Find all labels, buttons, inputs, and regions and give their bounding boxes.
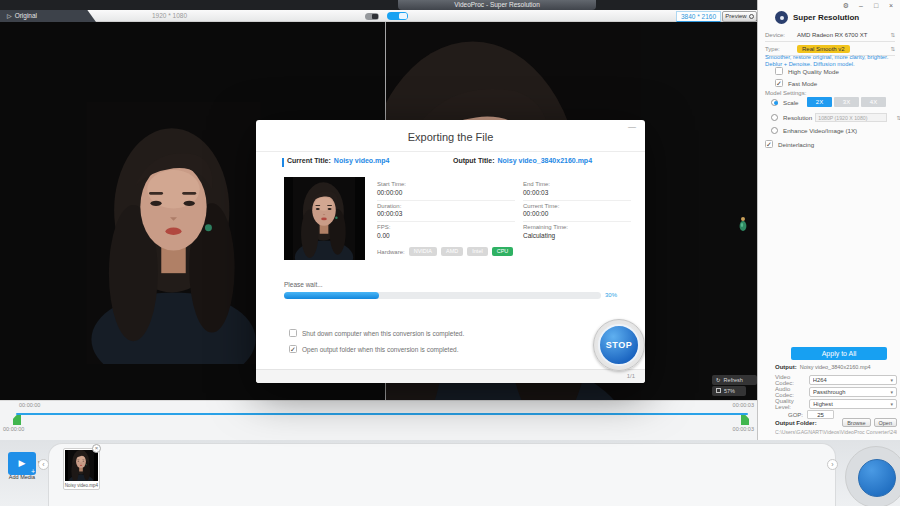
zoom-level-button[interactable]: 57% — [712, 386, 746, 396]
model-settings-label: Model Settings: — [765, 90, 806, 96]
output-folder-row: Output Folder: Browse Open — [775, 418, 897, 427]
current-time-field: Current Time: 00:00:00 — [523, 201, 631, 223]
earring-detail — [738, 216, 748, 232]
media-scroll-left-button[interactable]: ‹ — [38, 459, 49, 470]
duration-field: Duration: 00:00:03 — [377, 201, 515, 223]
output-title-value: Noisy video_3840x2160.mp4 — [497, 157, 592, 164]
tab-original-label: Original — [15, 12, 37, 19]
timeline-end-time-bottom: 00:00:03 — [710, 426, 754, 432]
export-dialog: — Exporting the File Current Title: Nois… — [256, 120, 645, 383]
refresh-icon: ↻ — [716, 377, 721, 383]
deinterlacing-checkbox[interactable]: ✓ — [765, 140, 773, 148]
video-codec-label: Video Codec: — [775, 374, 809, 386]
quality-level-select[interactable]: Highest▾ — [809, 399, 897, 409]
output-title-row: Output Title: Noisy video_3840x2160.mp4 — [453, 157, 592, 164]
fast-mode-row: ✓ Fast Mode — [775, 79, 900, 87]
zoom-level-icon — [716, 388, 721, 393]
page-indicator: 1/1 — [627, 373, 635, 379]
clip-name: Noisy video.mp4 — [64, 483, 99, 488]
run-button[interactable] — [858, 459, 896, 497]
progress-fill — [284, 292, 379, 299]
resolution-row: Resolution 1080P (1920 X 1080) ⇅ — [771, 113, 900, 122]
export-info-left: Start Time: 00:00:00 Duration: 00:00:03 … — [377, 179, 515, 244]
progress-bar — [284, 292, 601, 299]
maximize-icon[interactable]: □ — [872, 1, 880, 10]
type-select[interactable]: Real Smooth v2 — [797, 45, 850, 53]
caret-down-icon: ▾ — [890, 401, 893, 407]
remove-clip-button[interactable]: × — [92, 444, 101, 453]
remaining-time-field: Remaining Time: Calculating — [523, 222, 631, 244]
hardware-label: Hardware: — [377, 249, 405, 255]
resolution-label: Resolution — [783, 114, 812, 121]
panel-title: Super Resolution — [793, 13, 859, 22]
stop-button[interactable]: STOP — [593, 319, 645, 371]
end-time-field: End Time: 00:00:03 — [523, 179, 631, 201]
timeline-track[interactable] — [16, 413, 748, 415]
play-icon: ▷ — [7, 13, 12, 19]
device-select[interactable]: AMD Radeon RX 6700 XT — [797, 32, 867, 38]
video-codec-row: Video Codec: H264▾ — [775, 374, 897, 386]
current-title-label: Current Title: — [287, 157, 331, 164]
compare-toggle-off[interactable] — [365, 13, 379, 20]
settings-gear-icon[interactable]: ⚙ — [842, 1, 850, 10]
preview-button[interactable]: Preview — [722, 11, 757, 22]
compare-toggle-on[interactable] — [387, 12, 408, 20]
video-codec-select[interactable]: H264▾ — [809, 375, 897, 385]
target-resolution: 3840 * 2160 — [676, 11, 721, 22]
high-quality-checkbox[interactable] — [775, 67, 783, 75]
refresh-preview-button[interactable]: ↻ Refresh — [712, 375, 757, 385]
dialog-title: Exporting the File — [256, 131, 645, 143]
output-filename: Noisy video_3840x2160.mp4 — [800, 364, 871, 370]
scale-option-3x[interactable]: 3X — [834, 97, 859, 107]
caret-down-icon: ▾ — [890, 389, 893, 395]
tab-original[interactable]: ▷Original — [0, 10, 96, 22]
resolution-select[interactable]: 1080P (1920 X 1080) — [815, 113, 887, 122]
media-scroll-right-button[interactable]: › — [827, 459, 838, 470]
close-icon[interactable]: × — [887, 1, 895, 10]
start-time-field: Start Time: 00:00:00 — [377, 179, 515, 201]
output-title-label: Output Title: — [453, 157, 494, 164]
output-row: Output: Noisy video_3840x2160.mp4 — [775, 364, 900, 370]
stepper-icon[interactable]: ⇅ — [896, 115, 900, 121]
apply-to-all-button[interactable]: Apply to All — [791, 347, 887, 360]
toggle-knob — [399, 13, 407, 19]
timeline-start-time-top: 00:00:00 — [19, 402, 40, 408]
fast-mode-label: Fast Mode — [788, 80, 817, 87]
shutdown-checkbox[interactable] — [289, 329, 297, 337]
timeline-start-time-bottom: 00:00:00 — [3, 426, 24, 432]
hardware-badge-intel: Intel — [467, 247, 487, 256]
output-folder-path: C:\Users\GAGNART\Videos\VideoProc Conver… — [775, 429, 897, 435]
enhance-radio[interactable] — [771, 127, 778, 134]
resolution-radio[interactable] — [771, 114, 778, 121]
fps-field: FPS: 0.00 — [377, 222, 515, 244]
output-folder-label: Output Folder: — [775, 420, 817, 426]
media-clip-thumbnail[interactable]: Noisy video.mp4 — [63, 448, 100, 490]
type-label: Type: — [765, 46, 797, 52]
open-button[interactable]: Open — [874, 418, 897, 427]
open-folder-checkbox-label: Open output folder when this conversion … — [302, 346, 458, 353]
browse-button[interactable]: Browse — [842, 418, 870, 427]
open-folder-checkbox[interactable]: ✓ — [289, 345, 297, 353]
minimize-icon[interactable]: – — [857, 1, 865, 10]
scale-option-4x[interactable]: 4X — [861, 97, 886, 107]
scale-radio[interactable] — [771, 99, 778, 106]
add-media-button[interactable]: ▶ + — [8, 452, 36, 475]
scale-option-2x[interactable]: 2X — [807, 97, 832, 107]
gop-label: GOP: — [788, 412, 803, 418]
stepper-icon[interactable]: ⇅ — [890, 32, 895, 38]
fast-mode-checkbox[interactable]: ✓ — [775, 79, 783, 87]
stepper-icon[interactable]: ⇅ — [890, 46, 895, 52]
stop-button-face: STOP — [598, 324, 640, 366]
add-media-label: Add Media — [0, 474, 44, 480]
hardware-badge-amd: AMD — [441, 247, 463, 256]
high-quality-label: High Quality Mode — [788, 68, 839, 75]
dialog-footer: 1/1 — [256, 369, 645, 383]
dialog-minimize-icon[interactable]: — — [628, 122, 636, 131]
hardware-row: Hardware: NVIDIA AMD Intel CPU — [377, 247, 513, 256]
media-tray — [48, 443, 836, 506]
deinterlacing-label: Deinterlacing — [778, 141, 814, 148]
export-thumbnail — [284, 177, 365, 260]
dialog-separator — [256, 151, 645, 152]
hardware-badge-nvidia: NVIDIA — [409, 247, 437, 256]
audio-codec-select[interactable]: Passthrough▾ — [809, 387, 897, 397]
